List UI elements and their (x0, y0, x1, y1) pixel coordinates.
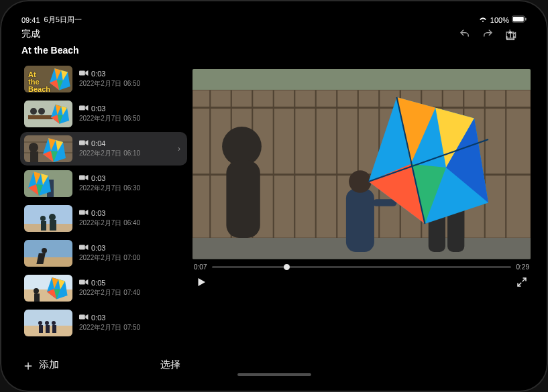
clip-timestamp: 2022年2月7日 06:10 (79, 149, 140, 158)
svg-marker-56 (85, 245, 88, 250)
svg-rect-9 (79, 71, 85, 76)
home-indicator[interactable] (237, 373, 311, 376)
clip-timestamp: 2022年2月7日 06:40 (79, 218, 140, 228)
svg-rect-43 (24, 205, 72, 224)
svg-rect-1 (513, 17, 524, 21)
clip-duration: 0:03 (91, 105, 105, 113)
svg-rect-51 (24, 240, 72, 257)
svg-point-59 (34, 288, 39, 293)
clip-duration: 0:03 (91, 314, 105, 322)
redo-button[interactable] (481, 27, 494, 41)
fullscreen-button[interactable] (514, 275, 529, 289)
clip-row[interactable]: 0:03 2022年2月7日 06:30 (20, 167, 187, 200)
svg-point-72 (45, 321, 49, 325)
clip-row[interactable]: 0:04 2022年2月7日 06:10 › (20, 132, 187, 166)
svg-rect-73 (46, 325, 50, 333)
preview-pane: 0:07 0:29 (190, 42, 536, 378)
svg-rect-41 (79, 176, 85, 180)
svg-point-47 (49, 214, 56, 220)
svg-marker-113 (199, 278, 206, 286)
svg-point-13 (30, 108, 37, 115)
svg-rect-46 (41, 221, 46, 231)
svg-rect-32 (79, 141, 85, 145)
svg-rect-12 (28, 115, 55, 119)
svg-rect-99 (226, 161, 260, 239)
svg-point-74 (52, 321, 56, 325)
scrubber-knob[interactable] (284, 264, 290, 270)
undo-button[interactable] (458, 27, 472, 41)
clip-timestamp: 2022年2月7日 07:00 (79, 253, 140, 263)
clip-row[interactable]: AttheBeach 0:03 2022年2月7日 06:50 (20, 62, 187, 96)
clip-row[interactable]: 0:05 2022年2月7日 07:40 (20, 271, 187, 305)
select-button[interactable]: 选择 (160, 358, 180, 371)
add-label: 添加 (39, 358, 59, 371)
project-sidebar: At the Beach AttheBeach 0:03 2022年2月7日 0… (12, 42, 190, 378)
svg-rect-104 (373, 199, 397, 206)
svg-point-45 (40, 216, 46, 221)
svg-point-53 (42, 248, 47, 253)
video-icon (79, 139, 89, 147)
share-button[interactable] (504, 29, 517, 43)
svg-point-98 (222, 127, 262, 166)
project-title: At the Beach (17, 42, 190, 61)
svg-rect-49 (79, 210, 85, 215)
toolbar: 完成 (12, 25, 536, 42)
preview-video[interactable] (193, 69, 531, 259)
svg-rect-52 (24, 257, 72, 267)
time-total: 0:29 (516, 263, 529, 271)
svg-marker-50 (85, 210, 88, 215)
clip-thumbnail (24, 310, 72, 336)
clip-list[interactable]: AttheBeach 0:03 2022年2月7日 06:50 0:03 202… (17, 61, 190, 353)
svg-rect-71 (39, 325, 43, 333)
svg-rect-75 (52, 325, 56, 333)
scrubber-track[interactable] (212, 266, 510, 268)
video-icon (79, 244, 89, 252)
svg-point-25 (29, 143, 38, 152)
clip-thumbnail: AttheBeach (24, 66, 72, 92)
svg-marker-33 (85, 140, 88, 145)
svg-marker-10 (85, 70, 88, 76)
svg-rect-55 (79, 245, 85, 250)
clip-thumbnail (24, 205, 72, 232)
wifi-icon (478, 15, 488, 25)
clip-timestamp: 2022年2月7日 06:50 (79, 79, 140, 88)
clip-timestamp: 2022年2月7日 06:50 (79, 114, 140, 123)
plus-icon: ＋ (21, 361, 35, 370)
svg-point-14 (38, 108, 45, 115)
clip-row[interactable]: 0:03 2022年2月7日 07:00 (20, 237, 187, 270)
status-bar: 09:41 6月5日周一 100% (12, 12, 536, 25)
svg-rect-76 (79, 315, 85, 320)
svg-rect-66 (79, 280, 85, 285)
done-button[interactable]: 完成 (21, 28, 40, 40)
video-icon (79, 105, 89, 113)
clip-timestamp: 2022年2月7日 06:30 (79, 184, 140, 193)
clip-thumbnail (24, 170, 72, 197)
clip-thumbnail (24, 275, 72, 302)
add-media-button[interactable]: ＋ 添加 (21, 358, 59, 371)
svg-point-70 (38, 321, 42, 325)
chevron-right-icon: › (178, 144, 180, 153)
clip-duration: 0:05 (91, 279, 105, 287)
svg-rect-20 (79, 106, 85, 111)
svg-rect-60 (34, 293, 40, 302)
video-icon (79, 209, 89, 217)
clip-row[interactable]: 0:03 2022年2月7日 06:40 (20, 202, 187, 235)
status-battery-pct: 100% (490, 16, 509, 24)
clip-timestamp: 2022年2月7日 07:40 (79, 288, 140, 298)
status-time: 09:41 (21, 16, 40, 24)
clip-duration: 0:03 (91, 209, 105, 217)
video-icon (79, 174, 89, 182)
clip-row[interactable]: 0:03 2022年2月7日 06:50 (20, 97, 187, 131)
svg-point-103 (349, 170, 372, 193)
svg-rect-26 (30, 151, 38, 162)
video-icon (79, 314, 89, 322)
svg-marker-77 (85, 314, 88, 320)
svg-rect-48 (50, 220, 56, 231)
clip-thumbnail (24, 240, 72, 267)
scrubber[interactable]: 0:07 0:29 (193, 259, 531, 272)
time-current: 0:07 (194, 263, 207, 271)
clip-thumbnail (24, 135, 72, 162)
clip-thumbnail (24, 101, 72, 127)
clip-row[interactable]: 0:03 2022年2月7日 07:50 (20, 306, 187, 340)
play-button[interactable] (194, 275, 209, 289)
